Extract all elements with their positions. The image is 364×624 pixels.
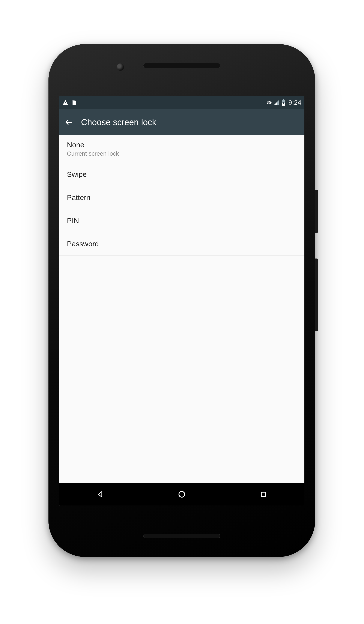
option-label: Password (67, 240, 297, 248)
status-bar: 3G 9 (59, 96, 304, 109)
svg-rect-1 (65, 104, 66, 104)
lock-option-pin[interactable]: PIN (59, 209, 304, 232)
phone-front-camera (117, 63, 124, 71)
svg-rect-5 (283, 99, 284, 100)
cell-signal-icon (274, 100, 280, 105)
svg-rect-4 (74, 100, 75, 101)
phone-frame: 3G 9 (49, 44, 315, 557)
option-label: Pattern (67, 193, 297, 202)
lock-option-swipe[interactable]: Swipe (59, 163, 304, 186)
lock-option-password[interactable]: Password (59, 232, 304, 256)
phone-microphone (143, 534, 220, 538)
back-button[interactable] (64, 118, 73, 127)
svg-rect-3 (74, 100, 74, 101)
lock-option-none[interactable]: None Current screen lock (59, 135, 304, 163)
nav-back-button[interactable] (95, 489, 105, 499)
system-nav-bar (59, 483, 304, 505)
svg-point-8 (179, 492, 185, 497)
option-label: Swipe (67, 170, 297, 179)
battery-icon (281, 99, 286, 106)
nav-recents-button[interactable] (258, 489, 269, 499)
svg-rect-9 (261, 492, 266, 496)
option-sublabel: Current screen lock (67, 150, 297, 157)
lock-options-list: None Current screen lock Swipe Pattern P… (59, 135, 304, 483)
network-3g-label: 3G (267, 101, 272, 104)
status-clock: 9:24 (288, 99, 301, 106)
phone-speaker (143, 63, 220, 68)
option-label: PIN (67, 216, 297, 225)
sd-card-icon (71, 99, 77, 106)
app-bar: Choose screen lock (59, 109, 304, 135)
svg-rect-2 (73, 100, 74, 101)
lock-option-pattern[interactable]: Pattern (59, 186, 304, 209)
page-title: Choose screen lock (81, 117, 156, 127)
screen: 3G 9 (59, 96, 304, 505)
nav-home-button[interactable] (177, 489, 187, 499)
phone-power-button[interactable] (315, 190, 318, 233)
warning-icon (62, 100, 69, 105)
svg-rect-0 (65, 102, 66, 103)
phone-volume-button[interactable] (315, 259, 318, 331)
option-label: None (67, 141, 297, 149)
